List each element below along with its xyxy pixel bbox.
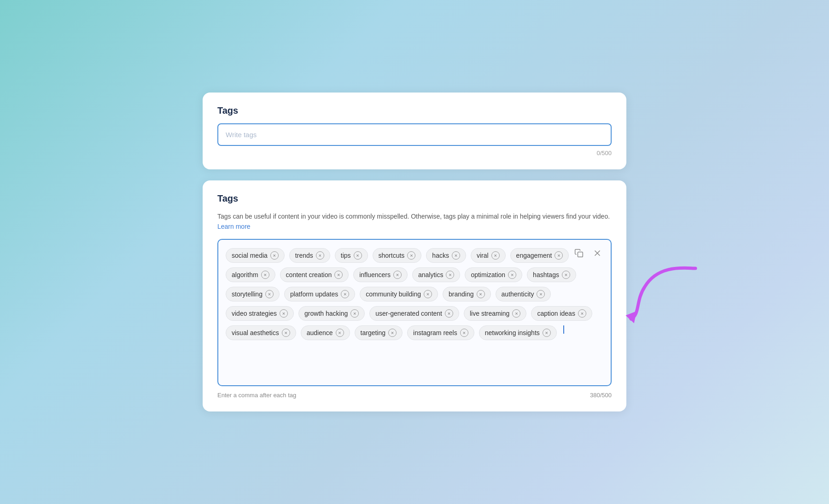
- card-description: Tags can be useful if content in your vi…: [217, 211, 612, 232]
- clear-button[interactable]: [590, 246, 604, 260]
- tag-pill: storytelling×: [226, 287, 280, 301]
- tag-pill: analytics×: [412, 267, 460, 282]
- tag-pill: trends×: [289, 248, 330, 263]
- bottom-char-count: 380/500: [590, 392, 612, 399]
- tag-pill: viral×: [471, 248, 506, 263]
- tag-pill: influencers×: [353, 267, 408, 282]
- tag-remove-button[interactable]: ×: [316, 251, 324, 260]
- tag-label: live streaming: [470, 310, 509, 317]
- tag-remove-button[interactable]: ×: [512, 309, 520, 318]
- tag-label: hashtags: [533, 271, 559, 278]
- tag-pill: video strategies×: [226, 306, 294, 321]
- tag-remove-button[interactable]: ×: [334, 271, 343, 279]
- tag-label: analytics: [418, 271, 443, 278]
- tag-label: viral: [477, 252, 489, 259]
- copy-button[interactable]: [572, 246, 586, 260]
- tag-label: targeting: [361, 329, 385, 336]
- tag-label: tips: [341, 252, 351, 259]
- tag-pill: tips×: [335, 248, 368, 263]
- tag-label: platform updates: [290, 290, 338, 298]
- tag-remove-button[interactable]: ×: [336, 329, 344, 337]
- tag-remove-button[interactable]: ×: [354, 251, 362, 260]
- tag-remove-button[interactable]: ×: [562, 271, 570, 279]
- tag-label: social media: [232, 252, 268, 259]
- tag-pill: targeting×: [355, 325, 403, 340]
- box-footer: Enter a comma after each tag 380/500: [217, 392, 612, 399]
- tag-remove-button[interactable]: ×: [508, 271, 516, 279]
- tag-remove-button[interactable]: ×: [280, 309, 288, 318]
- copy-icon: [574, 249, 584, 258]
- box-hint: Enter a comma after each tag: [217, 392, 296, 399]
- tag-label: trends: [295, 252, 313, 259]
- tag-pill: shortcuts×: [373, 248, 422, 263]
- tag-remove-button[interactable]: ×: [452, 251, 460, 260]
- tag-remove-button[interactable]: ×: [543, 329, 551, 337]
- tag-remove-button[interactable]: ×: [424, 290, 432, 298]
- tag-remove-button[interactable]: ×: [282, 329, 290, 337]
- tag-remove-button[interactable]: ×: [555, 251, 563, 260]
- tag-label: authenticity: [502, 290, 534, 298]
- tag-pill: visual aesthetics×: [226, 325, 296, 340]
- learn-more-link[interactable]: Learn more: [217, 223, 251, 230]
- tag-remove-button[interactable]: ×: [477, 290, 485, 298]
- top-char-count: 0/500: [217, 150, 612, 156]
- tag-remove-button[interactable]: ×: [393, 271, 402, 279]
- tag-remove-button[interactable]: ×: [341, 290, 349, 298]
- tag-label: community building: [366, 290, 421, 298]
- tag-pill: caption ideas×: [531, 306, 592, 321]
- arrow-icon: [622, 259, 705, 324]
- tag-label: influencers: [359, 271, 391, 278]
- tag-pill: platform updates×: [284, 287, 355, 301]
- tag-remove-button[interactable]: ×: [446, 271, 454, 279]
- svg-marker-3: [625, 311, 639, 324]
- tag-label: algorithm: [232, 271, 258, 278]
- top-card-title: Tags: [217, 105, 612, 116]
- bottom-card-title: Tags: [217, 193, 612, 204]
- svg-rect-0: [578, 252, 583, 257]
- tag-remove-button[interactable]: ×: [270, 251, 279, 260]
- tag-remove-button[interactable]: ×: [537, 290, 545, 298]
- tags-input[interactable]: [217, 123, 612, 146]
- tag-label: engagement: [516, 252, 552, 259]
- tag-pill: user-generated content×: [369, 306, 459, 321]
- tag-remove-button[interactable]: ×: [578, 309, 586, 318]
- tag-label: branding: [449, 290, 474, 298]
- tag-label: video strategies: [232, 310, 277, 317]
- tag-remove-button[interactable]: ×: [265, 290, 274, 298]
- tag-pill: community building×: [360, 287, 438, 301]
- tag-pill: branding×: [443, 287, 491, 301]
- tag-pill: content creation×: [280, 267, 349, 282]
- tag-pill: live streaming×: [464, 306, 526, 321]
- tag-label: shortcuts: [379, 252, 405, 259]
- tag-remove-button[interactable]: ×: [407, 251, 415, 260]
- tag-label: caption ideas: [537, 310, 575, 317]
- tag-remove-button[interactable]: ×: [261, 271, 269, 279]
- top-tags-card: Tags 0/500: [203, 93, 626, 169]
- tag-remove-button[interactable]: ×: [491, 251, 500, 260]
- tag-pill: hacks×: [426, 248, 466, 263]
- tags-box[interactable]: social media×trends×tips×shortcuts×hacks…: [217, 239, 612, 386]
- tag-pill: audience×: [301, 325, 350, 340]
- close-icon: [593, 249, 602, 258]
- tag-label: instagram reels: [413, 329, 457, 336]
- tag-pill: authenticity×: [496, 287, 551, 301]
- tag-label: networking insights: [485, 329, 540, 336]
- tags-area: social media×trends×tips×shortcuts×hacks…: [226, 248, 603, 340]
- tag-label: hacks: [432, 252, 449, 259]
- tag-pill: engagement×: [510, 248, 569, 263]
- tag-pill: algorithm×: [226, 267, 275, 282]
- tag-label: audience: [307, 329, 333, 336]
- tag-label: visual aesthetics: [232, 329, 279, 336]
- text-cursor: [563, 325, 564, 334]
- tag-remove-button[interactable]: ×: [350, 309, 359, 318]
- tag-pill: instagram reels×: [407, 325, 474, 340]
- tag-label: optimization: [471, 271, 505, 278]
- tag-remove-button[interactable]: ×: [388, 329, 397, 337]
- tag-remove-button[interactable]: ×: [460, 329, 468, 337]
- tag-remove-button[interactable]: ×: [445, 309, 453, 318]
- bottom-tags-card: Tags Tags can be useful if content in yo…: [203, 180, 626, 412]
- tag-label: growth hacking: [304, 310, 348, 317]
- tag-pill: networking insights×: [479, 325, 557, 340]
- tag-label: content creation: [286, 271, 332, 278]
- tag-pill: growth hacking×: [298, 306, 365, 321]
